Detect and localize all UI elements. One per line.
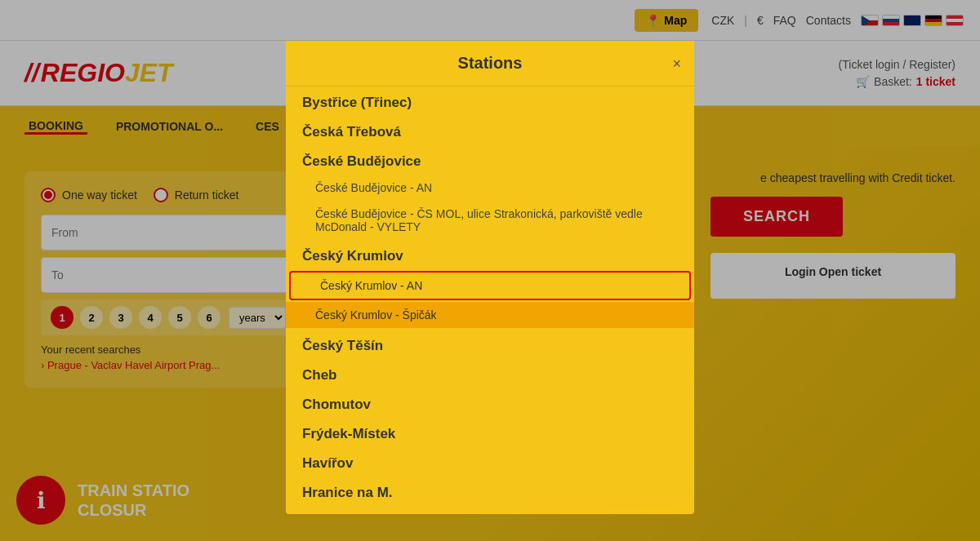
city-header[interactable]: Cheb [286,359,694,388]
modal-header: Stations × [286,41,694,86]
station-item[interactable]: České Budějovice - ČS MOL, ulice Strakon… [286,201,694,240]
city-header[interactable]: České Budějovice [286,145,694,175]
city-group: Cheb [286,359,694,388]
city-header[interactable]: Hranice na M. [286,477,694,506]
city-group: Havířov [286,447,694,477]
stations-modal: Stations × Bystřice (Třinec)Česká Třebov… [286,41,694,514]
city-group: Humpolec [286,506,694,514]
city-group: České BudějoviceČeské Budějovice - ANČes… [286,145,694,240]
station-item[interactable]: České Budějovice - AN [286,175,694,201]
city-header[interactable]: Český Těšín [286,330,694,359]
city-group: Český KrumlovČeský Krumlov - ANČeský Kru… [286,240,694,328]
city-header[interactable]: Český Krumlov [286,240,694,269]
city-header[interactable]: Česká Třebová [286,116,694,145]
city-header[interactable]: Havířov [286,447,694,477]
modal-close-button[interactable]: × [672,55,681,72]
city-group: Český Těšín [286,330,694,359]
modal-body: Bystřice (Třinec)Česká TřebováČeské Budě… [286,86,694,514]
city-group: Chomutov [286,388,694,418]
city-header[interactable]: Chomutov [286,388,694,418]
station-item[interactable]: Český Krumlov - Špičák [286,302,694,328]
city-group: Hranice na M. [286,477,694,506]
station-item[interactable]: Český Krumlov - AN [289,271,691,300]
city-group: Frýdek-Místek [286,418,694,447]
city-group: Česká Třebová [286,116,694,145]
city-header[interactable]: Frýdek-Místek [286,418,694,447]
modal-title: Stations [458,54,523,73]
city-group: Bystřice (Třinec) [286,86,694,116]
city-header[interactable]: Humpolec [286,506,694,514]
city-header[interactable]: Bystřice (Třinec) [286,86,694,116]
